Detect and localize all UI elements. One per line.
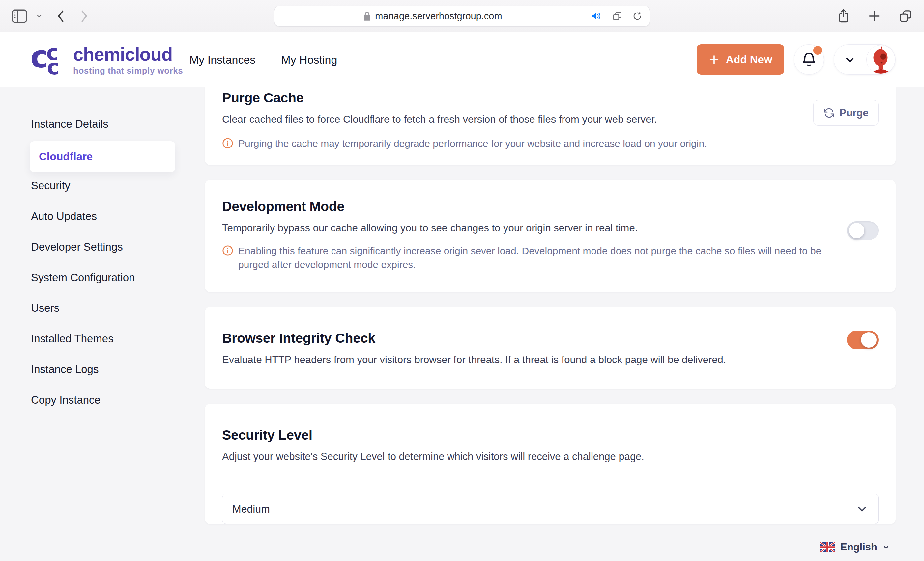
nav-my-instances[interactable]: My Instances xyxy=(189,53,255,66)
chemicloud-logo-mark-icon: c c c xyxy=(32,42,67,78)
page-body: Instance Details Cloudflare Security Aut… xyxy=(0,87,924,561)
app-header: c c c chemicloud hosting that simply wor… xyxy=(0,32,924,87)
sidebar-item-copy-instance[interactable]: Copy Instance xyxy=(0,384,184,415)
sidebar-item-label: Instance Logs xyxy=(31,363,99,375)
purge-button[interactable]: Purge xyxy=(813,100,879,126)
browser-integrity-card: Browser Integrity Check Evaluate HTTP he… xyxy=(205,307,896,389)
browser-sidebar-toggle-icon[interactable] xyxy=(11,9,28,24)
add-new-label: Add New xyxy=(726,53,772,66)
browser-integrity-toggle[interactable] xyxy=(847,331,879,349)
sidebar-item-instance-details[interactable]: Instance Details xyxy=(0,109,184,139)
reload-icon[interactable] xyxy=(632,11,642,21)
svg-text:c: c xyxy=(47,55,59,76)
development-mode-title: Development Mode xyxy=(222,199,879,214)
sidebar-item-users[interactable]: Users xyxy=(0,293,184,323)
browser-integrity-description: Evaluate HTTP headers from your visitors… xyxy=(222,354,879,366)
sidebar-item-cloudflare[interactable]: Cloudflare xyxy=(30,141,175,172)
plus-icon xyxy=(708,54,720,65)
nav-my-hosting[interactable]: My Hosting xyxy=(281,53,337,66)
browser-sidebar-chevron-icon[interactable] xyxy=(36,12,43,20)
development-mode-toggle[interactable] xyxy=(847,221,879,240)
logo-tagline: hosting that simply works xyxy=(73,66,183,76)
tab-group-icon[interactable] xyxy=(612,11,622,21)
browser-chrome: manage.serverhostgroup.com xyxy=(0,0,924,32)
browser-integrity-title: Browser Integrity Check xyxy=(222,331,879,346)
screen: manage.serverhostgroup.com xyxy=(0,0,924,561)
chevron-down-icon xyxy=(882,543,890,551)
notification-badge xyxy=(813,46,822,55)
audio-playing-icon[interactable] xyxy=(591,11,602,21)
security-level-description: Adjust your website's Security Level to … xyxy=(222,451,879,462)
sidebar-item-security[interactable]: Security xyxy=(0,170,184,201)
bell-icon xyxy=(801,51,817,68)
sidebar-item-label: Auto Updates xyxy=(31,210,97,223)
purge-cache-card: Purge Cache Clear cached files to force … xyxy=(205,87,896,165)
sidebar-item-label: Security xyxy=(31,180,70,192)
sidebar-item-auto-updates[interactable]: Auto Updates xyxy=(0,201,184,232)
security-level-select[interactable]: Medium xyxy=(222,494,879,524)
chevron-down-icon xyxy=(856,503,868,515)
development-mode-card: Development Mode Temporarily bypass our … xyxy=(205,180,896,292)
main-content: Purge Cache Clear cached files to force … xyxy=(205,87,896,543)
development-mode-warning: Enabling this feature can significantly … xyxy=(238,244,831,272)
sidebar-item-label: Installed Themes xyxy=(31,332,114,345)
avatar xyxy=(866,45,896,74)
purge-cache-description: Clear cached files to force Cloudflare t… xyxy=(222,114,879,126)
lock-icon xyxy=(363,11,371,21)
refresh-icon xyxy=(824,107,835,118)
sidebar-item-label: Users xyxy=(31,302,59,314)
logo-wordmark: chemicloud xyxy=(73,43,183,65)
sidebar-item-label: Cloudflare xyxy=(39,150,93,163)
sidebar-item-label: System Configuration xyxy=(31,271,135,284)
chevron-down-icon xyxy=(844,54,856,66)
uk-flag-icon xyxy=(820,542,835,552)
account-menu[interactable] xyxy=(834,45,896,75)
info-icon xyxy=(222,245,233,257)
sidebar-item-instance-logs[interactable]: Instance Logs xyxy=(0,354,184,384)
toggle-knob xyxy=(861,332,876,348)
language-selector[interactable]: English xyxy=(820,541,890,553)
chemicloud-logo[interactable]: c c c chemicloud hosting that simply wor… xyxy=(32,32,183,87)
language-label: English xyxy=(840,541,877,553)
sidebar: Instance Details Cloudflare Security Aut… xyxy=(0,87,184,415)
sidebar-item-label: Instance Details xyxy=(31,118,108,130)
tab-overview-icon[interactable] xyxy=(898,9,913,23)
security-level-card: Security Level Adjust your website's Sec… xyxy=(205,404,896,524)
security-level-title: Security Level xyxy=(222,427,879,443)
browser-forward-icon[interactable] xyxy=(78,9,90,23)
purge-button-label: Purge xyxy=(840,107,868,119)
development-mode-description: Temporarily bypass our cache allowing yo… xyxy=(222,222,879,234)
share-icon[interactable] xyxy=(837,8,850,24)
purge-cache-title: Purge Cache xyxy=(222,90,879,106)
info-icon xyxy=(222,138,233,150)
sidebar-item-installed-themes[interactable]: Installed Themes xyxy=(0,323,184,354)
url-bar[interactable]: manage.serverhostgroup.com xyxy=(274,6,650,27)
sidebar-item-developer-settings[interactable]: Developer Settings xyxy=(0,232,184,262)
new-tab-icon[interactable] xyxy=(867,9,881,23)
notifications-button[interactable] xyxy=(794,45,824,75)
purge-cache-warning: Purging the cache may temporarily degrad… xyxy=(238,137,707,150)
add-new-button[interactable]: Add New xyxy=(697,45,784,75)
toggle-knob xyxy=(849,223,864,238)
browser-back-icon[interactable] xyxy=(56,9,67,23)
sidebar-item-system-configuration[interactable]: System Configuration xyxy=(0,262,184,293)
divider xyxy=(205,478,896,478)
security-level-selected-value: Medium xyxy=(232,503,270,515)
main-nav: My Instances My Hosting xyxy=(189,32,337,87)
sidebar-item-label: Copy Instance xyxy=(31,394,100,406)
sidebar-item-label: Developer Settings xyxy=(31,241,123,253)
url-text: manage.serverhostgroup.com xyxy=(375,11,502,22)
